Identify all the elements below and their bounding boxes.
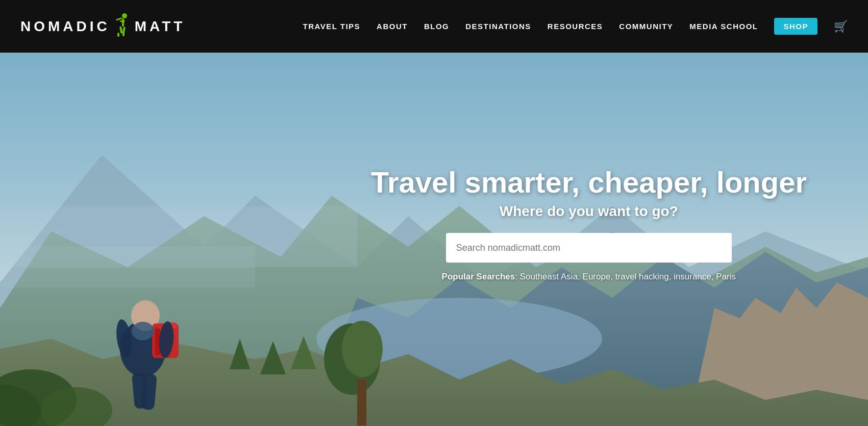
hero-content: Travel smarter, cheaper, longer Where do… bbox=[371, 166, 807, 282]
popular-searches: Popular Searches: Southeast Asia, Europe… bbox=[371, 272, 807, 282]
svg-point-29 bbox=[132, 322, 154, 340]
logo-matt: MATT bbox=[135, 18, 186, 35]
svg-rect-2 bbox=[120, 20, 125, 22]
svg-point-34 bbox=[342, 321, 383, 377]
nav-shop[interactable]: SHOP bbox=[774, 18, 817, 35]
nav-destinations[interactable]: DESTINATIONS bbox=[465, 22, 531, 31]
popular-searches-label: Popular Searches bbox=[442, 272, 515, 281]
svg-rect-7 bbox=[122, 32, 125, 36]
logo-nomadic: NoMADIC bbox=[20, 18, 110, 35]
main-nav: TRAVEL TIPS ABOUT BLOG DESTINATIONS RESO… bbox=[303, 18, 848, 35]
nav-community[interactable]: COMMUNITY bbox=[619, 22, 673, 31]
svg-rect-3 bbox=[119, 26, 122, 33]
svg-rect-5 bbox=[116, 17, 122, 20]
hiker-icon bbox=[112, 13, 133, 40]
logo[interactable]: NoMADIC MATT bbox=[20, 13, 185, 40]
svg-rect-1 bbox=[122, 18, 124, 27]
nav-blog[interactable]: BLOG bbox=[424, 22, 449, 31]
nav-travel-tips[interactable]: TRAVEL TIPS bbox=[303, 22, 360, 31]
hero-subheadline: Where do you want to go? bbox=[371, 203, 807, 220]
cart-icon[interactable]: 🛒 bbox=[834, 20, 848, 33]
search-input[interactable] bbox=[446, 233, 732, 263]
svg-rect-6 bbox=[117, 33, 119, 37]
hero-section: Travel smarter, cheaper, longer Where do… bbox=[0, 53, 868, 426]
site-header: NoMADIC MATT TRAVEL TIPS ABOUT BLOG DEST… bbox=[0, 0, 868, 53]
svg-rect-19 bbox=[0, 247, 255, 288]
logo-text: NoMADIC MATT bbox=[20, 13, 185, 40]
svg-point-0 bbox=[122, 13, 127, 18]
nav-about[interactable]: ABOUT bbox=[377, 22, 408, 31]
popular-searches-text: : Southeast Asia, Europe, travel hacking… bbox=[515, 272, 736, 281]
svg-rect-35 bbox=[357, 380, 366, 425]
hero-headline: Travel smarter, cheaper, longer bbox=[371, 166, 807, 199]
nav-resources[interactable]: RESOURCES bbox=[548, 22, 603, 31]
nav-media-school[interactable]: MEDIA SCHOOL bbox=[689, 22, 758, 31]
